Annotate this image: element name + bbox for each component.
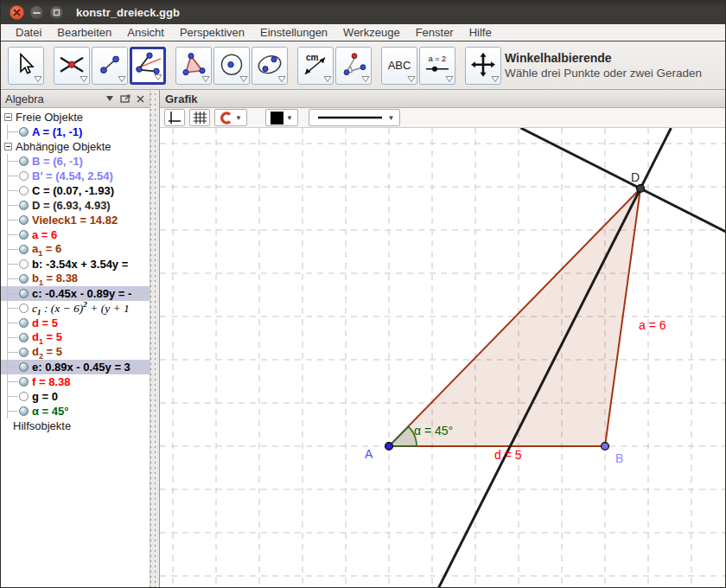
circle-tool[interactable] (213, 47, 250, 85)
algebra-item[interactable]: c: -0.45x - 0.89y = - (1, 286, 150, 301)
tool-dropdown-icon[interactable] (361, 75, 370, 83)
algebra-close-icon[interactable] (134, 93, 147, 105)
algebra-item[interactable]: g = 0 (1, 389, 150, 404)
menu-item-datei[interactable]: Datei (8, 26, 49, 39)
menu-item-ansicht[interactable]: Ansicht (119, 26, 172, 39)
point-D[interactable] (637, 185, 645, 193)
algebra-item[interactable]: f = 8.38 (1, 374, 150, 389)
algebra-item[interactable]: B = (6, -1) (1, 154, 150, 169)
auxiliary-objects-label[interactable]: Hilfsobjekte (1, 419, 150, 433)
visibility-marble-on-icon[interactable] (19, 406, 29, 416)
menu-item-bearbeiten[interactable]: Bearbeiten (49, 26, 119, 39)
line-e[interactable] (438, 128, 671, 588)
algebra-item[interactable]: e: 0.89x - 0.45y = 3 (1, 360, 150, 374)
algebra-item[interactable]: d = 5 (1, 316, 150, 330)
visibility-marble-on-icon[interactable] (19, 377, 29, 387)
visibility-marble-off-icon[interactable] (19, 186, 29, 195)
visibility-marble-on-icon[interactable] (19, 362, 29, 372)
tool-dropdown-icon[interactable] (80, 75, 88, 83)
algebra-item[interactable]: D = (6.93, 4.93) (1, 198, 150, 213)
triangle-vieleck1[interactable] (389, 189, 640, 446)
menu-item-werkzeuge[interactable]: Werkzeuge (335, 26, 408, 39)
tool-dropdown-icon[interactable] (323, 75, 332, 83)
tool-dropdown-icon[interactable] (34, 75, 42, 83)
algebra-group[interactable]: Freie Objekte (1, 110, 150, 125)
algebra-item[interactable]: A = (1, -1) (1, 125, 150, 139)
color-swatch-icon[interactable]: ▼ (265, 109, 298, 126)
menu-item-hilfe[interactable]: Hilfe (462, 26, 500, 39)
line-style-icon[interactable]: ▼ (309, 109, 400, 126)
visibility-marble-on-icon[interactable] (19, 348, 29, 357)
tree-connector (7, 227, 18, 242)
visibility-marble-off-icon[interactable] (19, 304, 29, 313)
algebra-item[interactable]: a1 = 6 (1, 242, 150, 257)
panel-splitter[interactable] (150, 90, 160, 588)
measure-tool[interactable]: cm (297, 47, 334, 85)
algebra-item[interactable]: d1 = 5 (1, 330, 150, 345)
point-B[interactable] (602, 443, 609, 451)
visibility-marble-on-icon[interactable] (19, 230, 29, 240)
algebra-item-text: B' = (4.54, 2.54) (32, 169, 113, 182)
algebra-detach-icon[interactable] (118, 93, 131, 105)
point-capturing-icon[interactable]: ▼ (214, 109, 247, 126)
move-tool[interactable] (8, 47, 44, 85)
axes-toggle-icon[interactable] (164, 109, 185, 126)
algebra-item[interactable]: c1 : (x − 6)2 + (y + 1 (1, 301, 150, 316)
visibility-marble-on-icon[interactable] (19, 289, 29, 298)
menu-item-einstellungen[interactable]: Einstellungen (252, 26, 335, 39)
tool-dropdown-icon[interactable] (277, 75, 286, 83)
line-tool[interactable] (92, 47, 128, 85)
visibility-marble-on-icon[interactable] (19, 215, 29, 225)
algebra-item[interactable]: b1 = 8.38 (1, 272, 150, 286)
special-line-tool[interactable] (130, 47, 166, 85)
algebra-item-text: Abhängige Objekte (16, 140, 111, 153)
menu-item-perspektiven[interactable]: Perspektiven (172, 26, 252, 39)
tool-dropdown-icon[interactable] (407, 75, 416, 83)
window-minimize-icon[interactable] (29, 5, 44, 20)
visibility-marble-on-icon[interactable] (19, 201, 29, 210)
algebra-item[interactable]: b: -3.54x + 3.54y = (1, 257, 150, 272)
move-graphics-tool[interactable] (465, 47, 501, 85)
tool-dropdown-icon[interactable] (491, 75, 500, 83)
text-tool[interactable]: ABC (381, 47, 417, 85)
visibility-marble-on-icon[interactable] (19, 127, 29, 137)
tool-dropdown-icon[interactable] (445, 75, 454, 83)
visibility-marble-on-icon[interactable] (19, 333, 29, 342)
point-A[interactable] (385, 443, 393, 451)
visibility-marble-off-icon[interactable] (19, 392, 29, 401)
algebra-item[interactable]: a = 6 (1, 227, 150, 242)
window-close-icon[interactable] (10, 5, 24, 20)
algebra-menu-icon[interactable] (103, 93, 116, 105)
algebra-item[interactable]: C = (0.07, -1.93) (1, 183, 150, 198)
grid-toggle-icon[interactable] (189, 109, 210, 126)
collapse-icon[interactable] (4, 113, 12, 121)
algebra-item-text: D = (6.93, 4.93) (32, 199, 111, 212)
conic-tool[interactable] (252, 47, 288, 85)
slider-tool[interactable]: a = 2 (419, 47, 455, 85)
toolbar: cmABCa = 2 Winkelhalbierende Wähle drei … (1, 42, 725, 90)
visibility-marble-off-icon[interactable] (19, 171, 29, 181)
algebra-item[interactable]: d2 = 5 (1, 345, 150, 360)
visibility-marble-on-icon[interactable] (19, 274, 29, 284)
style-bar: ▼ ▼ ▼ (160, 108, 726, 128)
angle-tool[interactable] (335, 47, 372, 85)
visibility-marble-on-icon[interactable] (19, 245, 29, 254)
window-maximize-icon[interactable] (49, 5, 64, 20)
collapse-icon[interactable] (4, 143, 12, 150)
algebra-item[interactable]: Vieleck1 = 14.82 (1, 213, 150, 227)
algebra-group[interactable]: Abhängige Objekte (1, 139, 150, 154)
algebra-item[interactable]: B' = (4.54, 2.54) (1, 169, 150, 183)
menu-item-fenster[interactable]: Fenster (408, 26, 462, 39)
tool-dropdown-icon[interactable] (118, 75, 126, 83)
graphics-canvas[interactable]: ABDa = 6d = 5α = 45° (160, 128, 726, 588)
polygon-tool[interactable] (175, 47, 212, 85)
point-tool[interactable] (54, 47, 90, 85)
visibility-marble-on-icon[interactable] (19, 157, 29, 166)
tool-dropdown-icon[interactable] (154, 74, 162, 81)
algebra-item[interactable]: α = 45° (1, 404, 150, 419)
point-label-D: D (631, 170, 640, 184)
tool-dropdown-icon[interactable] (239, 75, 248, 83)
visibility-marble-on-icon[interactable] (19, 318, 29, 328)
visibility-marble-off-icon[interactable] (19, 259, 29, 269)
tool-dropdown-icon[interactable] (201, 75, 210, 83)
